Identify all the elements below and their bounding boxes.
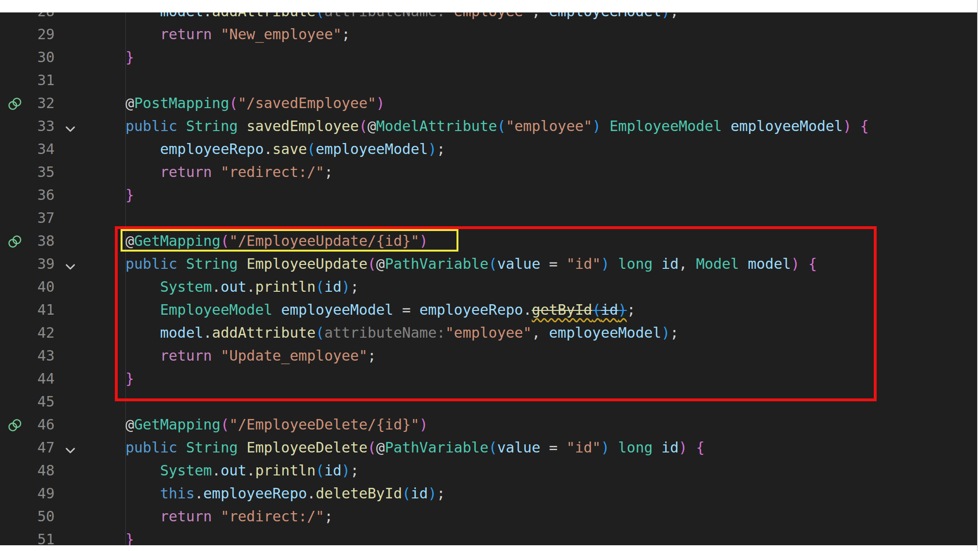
editor-row-50: 50 return "redirect:/"; [0,505,977,528]
line-number[interactable]: 31 [23,69,55,92]
code-line[interactable]: } [91,46,134,69]
line-number[interactable]: 50 [23,505,55,528]
line-number[interactable]: 35 [23,161,55,184]
line-number[interactable]: 33 [23,115,55,138]
line-number[interactable]: 32 [23,92,55,115]
code-line[interactable]: System.out.println(id); [91,276,359,298]
code-line[interactable]: model.addAttribute(attributeName:"employ… [91,321,679,344]
bottom-white-frame [0,545,980,551]
editor-row-45: 45 [0,390,977,413]
line-number[interactable]: 49 [23,482,55,505]
code-line[interactable]: this.employeeRepo.deleteById(id); [91,482,445,505]
editor-row-32: 32 @PostMapping("/savedEmployee") [0,92,977,115]
line-number[interactable]: 45 [23,390,55,413]
code-line[interactable]: System.out.println(id); [91,459,359,482]
fold-chevron-icon[interactable] [63,257,78,272]
editor-row-31: 31 [0,69,977,92]
editor-row-48: 48 System.out.println(id); [0,459,977,482]
line-number[interactable]: 29 [23,23,55,46]
line-number[interactable]: 38 [23,230,55,253]
editor-row-33: 33 public String savedEmployee(@ModelAtt… [0,115,977,138]
line-number[interactable]: 34 [23,138,55,161]
editor-row-49: 49 this.employeeRepo.deleteById(id); [0,482,977,505]
deprecated-call-warning: getById(id) [532,301,627,318]
editor-row-42: 42 model.addAttribute(attributeName:"emp… [0,321,977,344]
editor-row-29: 29 return "New_employee"; [0,23,977,46]
screenshot-stage: 28 model.addAttribute(attributeName:"emp… [0,0,980,551]
fold-chevron-icon[interactable] [63,120,78,134]
editor-row-40: 40 System.out.println(id); [0,276,977,298]
line-number[interactable]: 41 [23,298,55,321]
line-number[interactable]: 36 [23,184,55,207]
editor-row-41: 41 EmployeeModel employeeModel = employe… [0,298,977,321]
code-line[interactable]: @GetMapping("/EmployeeDelete/{id}") [91,413,428,436]
editor-row-44: 44 } [0,367,977,390]
line-number[interactable]: 43 [23,344,55,367]
editor-row-38: 38 @GetMapping("/EmployeeUpdate/{id}") [0,230,977,253]
line-number[interactable]: 40 [23,276,55,298]
code-line[interactable]: EmployeeModel employeeModel = employeeRe… [91,298,635,321]
code-line[interactable]: public String EmployeeDelete(@PathVariab… [91,436,704,459]
code-line[interactable]: return "New_employee"; [91,23,350,46]
line-number[interactable]: 47 [23,436,55,459]
top-white-frame [0,0,980,12]
line-number[interactable]: 42 [23,321,55,344]
link-icon[interactable] [7,233,23,250]
code-line[interactable]: } [91,184,134,207]
editor-row-46: 46 @GetMapping("/EmployeeDelete/{id}") [0,413,977,436]
code-line[interactable]: return "redirect:/"; [91,161,333,184]
fold-chevron-icon[interactable] [63,441,78,455]
line-number[interactable]: 30 [23,46,55,69]
editor-row-30: 30 } [0,46,977,69]
code-line[interactable]: } [91,367,134,390]
line-number[interactable]: 46 [23,413,55,436]
editor-row-36: 36 } [0,184,977,207]
code-line[interactable]: return "redirect:/"; [91,505,333,528]
line-number[interactable]: 39 [23,253,55,276]
code-line[interactable]: employeeRepo.save(employeeModel); [91,138,445,161]
link-icon[interactable] [7,96,23,112]
right-white-frame [977,0,980,551]
code-line[interactable]: @GetMapping("/EmployeeUpdate/{id}") [91,230,428,253]
line-number[interactable]: 48 [23,459,55,482]
code-line[interactable]: public String EmployeeUpdate(@PathVariab… [91,253,817,276]
code-line[interactable]: return "Update_employee"; [91,344,376,367]
line-number[interactable]: 37 [23,207,55,230]
editor-row-39: 39 public String EmployeeUpdate(@PathVar… [0,253,977,276]
editor-row-47: 47 public String EmployeeDelete(@PathVar… [0,436,977,459]
editor-row-34: 34 employeeRepo.save(employeeModel); [0,138,977,161]
editor-row-43: 43 return "Update_employee"; [0,344,977,367]
editor-row-35: 35 return "redirect:/"; [0,161,977,184]
editor-row-37: 37 [0,207,977,230]
code-line[interactable]: @PostMapping("/savedEmployee") [91,92,385,115]
link-icon[interactable] [7,417,23,433]
code-line[interactable]: public String savedEmployee(@ModelAttrib… [91,115,869,138]
line-number[interactable]: 44 [23,367,55,390]
code-editor-pane[interactable]: 28 model.addAttribute(attributeName:"emp… [0,0,977,551]
